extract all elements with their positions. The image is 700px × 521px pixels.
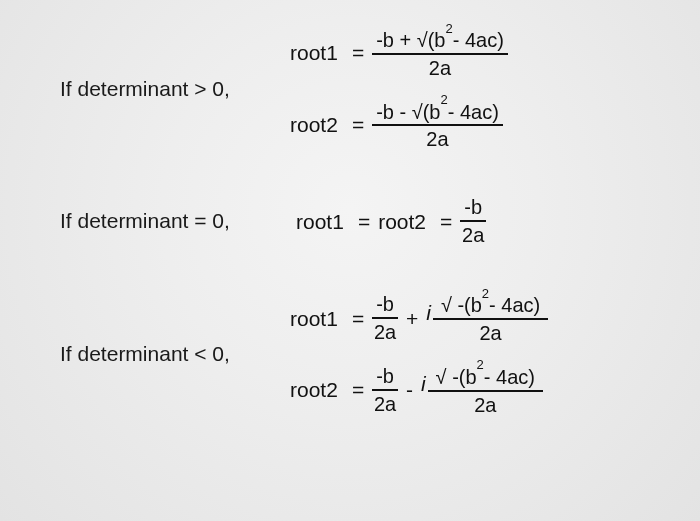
root1-label: root1 <box>296 211 350 232</box>
equals-sign: = <box>432 211 460 232</box>
formula-neg-root2: root2 = -b 2a - i √ -(b2- 4ac) 2a <box>290 365 548 415</box>
condition-text-zero: If determinant = 0, <box>60 209 290 233</box>
case-negative: If determinant < 0, root1 = -b 2a + i √ … <box>60 293 660 414</box>
equals-sign: = <box>350 211 378 232</box>
root1-label: root1 <box>290 308 344 329</box>
formula-neg-root1: root1 = -b 2a + i √ -(b2- 4ac) 2a <box>290 293 548 343</box>
fraction-denominator: 2a <box>374 319 396 342</box>
case-zero: If determinant = 0, root1 = root2 = -b 2… <box>60 197 660 245</box>
fraction: -b 2a <box>372 366 398 414</box>
fraction-numerator: -b <box>372 366 398 391</box>
fraction: √ -(b2- 4ac) 2a <box>428 365 543 415</box>
fraction-numerator: -b <box>460 197 486 222</box>
formulas-negative: root1 = -b 2a + i √ -(b2- 4ac) 2a root2 … <box>290 293 548 414</box>
fraction: -b - √(b2- 4ac) 2a <box>372 100 503 150</box>
root2-label: root2 <box>378 211 432 232</box>
equals-sign: = <box>344 42 372 63</box>
formula-pos-root1: root1 = -b + √(b2- 4ac) 2a <box>290 28 508 78</box>
imaginary-i: i <box>421 373 428 394</box>
fraction-denominator: 2a <box>462 222 484 245</box>
fraction-numerator: -b <box>372 294 398 319</box>
imaginary-i: i <box>426 302 433 323</box>
equals-sign: = <box>344 379 372 400</box>
root1-label: root1 <box>290 42 344 63</box>
fraction: -b 2a <box>460 197 486 245</box>
fraction-denominator: 2a <box>479 320 501 343</box>
fraction-numerator: √ -(b2- 4ac) <box>433 293 548 320</box>
formula-zero-root: root1 = root2 = -b 2a <box>290 197 486 245</box>
page: If determinant > 0, root1 = -b + √(b2- 4… <box>0 0 700 425</box>
fraction-denominator: 2a <box>474 392 496 415</box>
root2-label: root2 <box>290 114 344 135</box>
fraction-denominator: 2a <box>374 391 396 414</box>
fraction: √ -(b2- 4ac) 2a <box>433 293 548 343</box>
case-positive: If determinant > 0, root1 = -b + √(b2- 4… <box>60 28 660 149</box>
minus-operator: - <box>398 379 421 400</box>
condition-text-positive: If determinant > 0, <box>60 77 290 101</box>
equals-sign: = <box>344 114 372 135</box>
fraction: -b 2a <box>372 294 398 342</box>
fraction-denominator: 2a <box>426 126 448 149</box>
fraction-numerator: -b + √(b2- 4ac) <box>372 28 508 55</box>
plus-operator: + <box>398 308 426 329</box>
formulas-zero: root1 = root2 = -b 2a <box>290 197 486 245</box>
fraction-denominator: 2a <box>429 55 451 78</box>
fraction-numerator: -b - √(b2- 4ac) <box>372 100 503 127</box>
condition-text-negative: If determinant < 0, <box>60 342 290 366</box>
formulas-positive: root1 = -b + √(b2- 4ac) 2a root2 = -b - … <box>290 28 508 149</box>
root2-label: root2 <box>290 379 344 400</box>
fraction-numerator: √ -(b2- 4ac) <box>428 365 543 392</box>
formula-pos-root2: root2 = -b - √(b2- 4ac) 2a <box>290 100 508 150</box>
fraction: -b + √(b2- 4ac) 2a <box>372 28 508 78</box>
equals-sign: = <box>344 308 372 329</box>
